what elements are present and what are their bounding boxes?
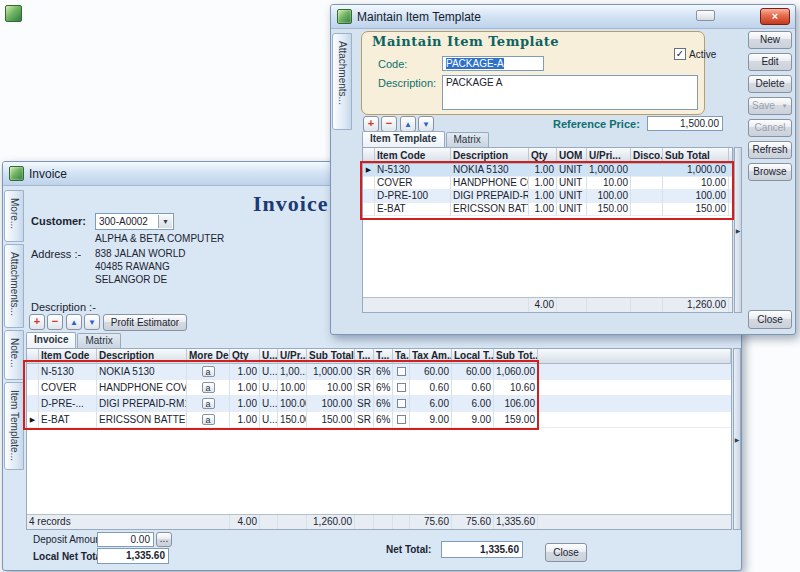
save-dropdown-button[interactable]: ▾	[778, 97, 792, 115]
column-header[interactable]: U/Pr...	[278, 349, 307, 364]
refresh-button[interactable]: Refresh	[748, 141, 792, 159]
column-header[interactable]: UOM	[557, 148, 587, 164]
close-window-button[interactable]: ×	[760, 8, 790, 25]
cell-unit-price[interactable]: 150.00	[587, 203, 631, 216]
cell-uom[interactable]: UNIT	[557, 190, 587, 203]
cell-tax-code[interactable]: SR	[355, 396, 374, 412]
cell-uom[interactable]: U...	[260, 412, 278, 428]
cell-description[interactable]: NOKIA 5130	[451, 164, 529, 177]
cell-discount[interactable]	[631, 164, 663, 177]
column-header[interactable]: Qty	[230, 349, 260, 364]
cell-tax-code[interactable]: SR	[355, 364, 374, 380]
cell-tax-code[interactable]: SR	[355, 412, 374, 428]
cell-unit-price[interactable]: 150.00	[278, 412, 307, 428]
cell-unit-price[interactable]: 10.00	[278, 380, 307, 396]
template-titlebar[interactable]: Maintain Item Template	[331, 5, 795, 29]
cell-uom[interactable]: U...	[260, 380, 278, 396]
column-header[interactable]: T...	[355, 349, 374, 364]
table-row[interactable]: N-5130 NOKIA 5130 a 1.00 U... 1,00... 1,…	[27, 364, 731, 380]
move-down-button[interactable]: ▼	[84, 314, 100, 330]
app-icon[interactable]	[5, 5, 22, 22]
cell-item-code[interactable]: COVER	[39, 380, 97, 396]
cell-local-tax[interactable]: 0.60	[452, 380, 494, 396]
reference-price-field[interactable]: 1,500.00	[647, 116, 723, 131]
cell-sub-total-with-tax[interactable]: 10.60	[494, 380, 538, 396]
remove-item-button[interactable]: −	[47, 314, 63, 330]
add-item-button[interactable]: +	[29, 314, 45, 330]
expand-panel-button[interactable]: ▶	[734, 147, 742, 313]
cell-description[interactable]: HANDPHONE COVER	[97, 380, 187, 396]
cell-uom[interactable]: UNIT	[557, 164, 587, 177]
column-header[interactable]: Ta...	[393, 349, 410, 364]
active-checkbox[interactable]: ✓	[674, 48, 686, 60]
table-row[interactable]: D-PRE-100 DIGI PREPAID-RM... 1.00 UNIT 1…	[363, 190, 732, 203]
cell-sub-total[interactable]: 1,000.00	[307, 364, 355, 380]
delete-button[interactable]: Delete	[748, 75, 792, 93]
cell-discount[interactable]	[631, 203, 663, 216]
more-description-button[interactable]: a	[202, 398, 215, 409]
column-header[interactable]: Sub Total	[307, 349, 355, 364]
cell-tax-amount[interactable]: 9.00	[410, 412, 452, 428]
customer-combo[interactable]: 300-A0002 ▼	[95, 213, 174, 230]
browse-button[interactable]: Browse	[748, 163, 792, 181]
more-description-button[interactable]: a	[202, 414, 215, 425]
cell-qty[interactable]: 1.00	[230, 396, 260, 412]
deposit-amount-field[interactable]: 0.00	[97, 532, 154, 547]
cell-description[interactable]: ERICSSON BATTERY	[97, 412, 187, 428]
sidebar-tab-note[interactable]: Note...	[4, 330, 24, 380]
cell-qty[interactable]: 1.00	[230, 380, 260, 396]
cell-unit-price[interactable]: 1,00...	[278, 364, 307, 380]
column-header[interactable]: Item Code	[375, 148, 451, 164]
cell-sub-total[interactable]: 100.00	[307, 396, 355, 412]
tax-inclusive-checkbox[interactable]	[397, 383, 406, 392]
cell-sub-total[interactable]: 10.00	[663, 177, 729, 190]
cell-unit-price[interactable]: 100.00	[278, 396, 307, 412]
column-header[interactable]: Item Code	[39, 349, 97, 364]
cell-qty[interactable]: 1.00	[529, 203, 557, 216]
more-description-button[interactable]: a	[202, 382, 215, 393]
cell-uom[interactable]: UNIT	[557, 203, 587, 216]
cell-local-tax[interactable]: 60.00	[452, 364, 494, 380]
close-button[interactable]: Close	[748, 310, 792, 329]
customer-dropdown-icon[interactable]: ▼	[158, 215, 172, 228]
cell-discount[interactable]	[631, 177, 663, 190]
cell-item-code[interactable]: N-5130	[375, 164, 451, 177]
cell-item-code[interactable]: D-PRE-100	[375, 190, 451, 203]
cell-unit-price[interactable]: 1,000.00	[587, 164, 631, 177]
cell-sub-total[interactable]: 100.00	[663, 190, 729, 203]
cell-tax-amount[interactable]: 6.00	[410, 396, 452, 412]
column-header[interactable]: U...	[260, 349, 278, 364]
tax-inclusive-checkbox[interactable]	[397, 399, 406, 408]
move-up-button[interactable]: ▲	[66, 314, 82, 330]
cell-description[interactable]: HANDPHONE COVER	[451, 177, 529, 190]
cell-local-tax[interactable]: 6.00	[452, 396, 494, 412]
cell-uom[interactable]: UNIT	[557, 177, 587, 190]
cell-discount[interactable]	[631, 190, 663, 203]
cell-sub-total[interactable]: 1,000.00	[663, 164, 729, 177]
add-item-button[interactable]: +	[363, 116, 379, 132]
cell-description[interactable]: ERICSSON BATTERY	[451, 203, 529, 216]
move-up-button[interactable]: ▲	[400, 116, 416, 132]
cell-tax-code[interactable]: SR	[355, 380, 374, 396]
remove-item-button[interactable]: −	[381, 116, 397, 132]
tab-item-template[interactable]: Item Template	[362, 131, 445, 147]
sidebar-tab-more[interactable]: More...	[4, 190, 24, 242]
edit-button[interactable]: Edit	[748, 53, 792, 71]
table-row[interactable]: E-BAT ERICSSON BATTERY 1.00 UNIT 150.00 …	[363, 203, 732, 216]
cell-qty[interactable]: 1.00	[529, 177, 557, 190]
cell-uom[interactable]: U...	[260, 396, 278, 412]
sidebar-tab-item-template[interactable]: Item Template...	[4, 382, 24, 470]
move-down-button[interactable]: ▼	[418, 116, 434, 132]
cell-uom[interactable]: U...	[260, 364, 278, 380]
more-description-button[interactable]: a	[202, 366, 215, 377]
cell-sub-total[interactable]: 10.00	[307, 380, 355, 396]
cancel-button[interactable]: Cancel	[748, 119, 792, 137]
cell-tax-amount[interactable]: 60.00	[410, 364, 452, 380]
code-input[interactable]: PACKAGE-A	[442, 56, 544, 71]
profit-estimator-button[interactable]: Profit Estimator	[103, 314, 187, 331]
tab-matrix[interactable]: Matrix	[77, 333, 120, 348]
save-button[interactable]: Save	[748, 97, 779, 115]
column-header[interactable]: U/Pri...	[587, 148, 631, 164]
column-header[interactable]: Tax Am...	[410, 349, 452, 364]
close-button[interactable]: Close	[545, 543, 587, 562]
